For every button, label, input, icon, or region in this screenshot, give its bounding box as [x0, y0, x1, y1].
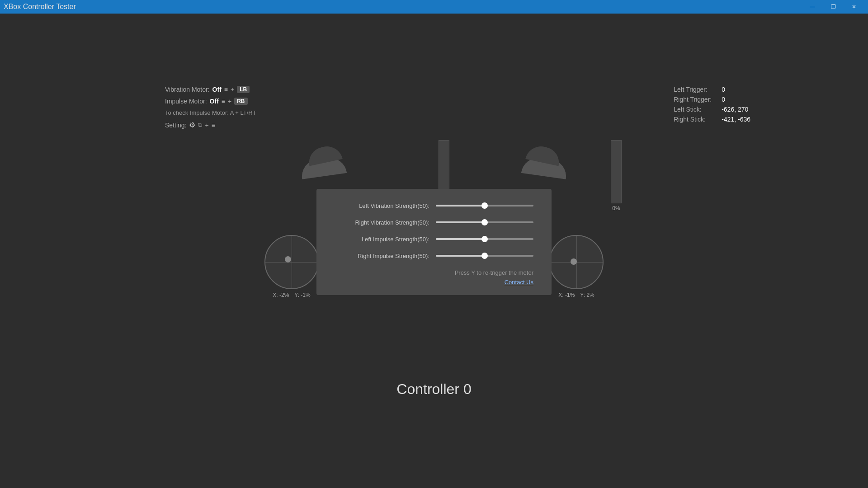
controller-label: Controller 0: [396, 381, 471, 397]
press-y-hint: Press Y to re-trigger the motor: [330, 269, 533, 276]
left-stick-circle: [264, 235, 319, 289]
left-stick-dot: [285, 256, 291, 263]
contact-us-link[interactable]: Contact Us: [505, 279, 533, 286]
left-stick-sensor-value: -626, 270: [722, 106, 748, 113]
setting-label: Setting:: [165, 122, 186, 129]
right-vibration-slider[interactable]: [436, 221, 533, 223]
right-stick-container: X: -1% Y: 2%: [549, 235, 604, 298]
right-trigger-sensor-value: 0: [722, 96, 725, 103]
left-stick-reading: Left Stick: -626, 270: [674, 106, 750, 113]
right-stick-sensor-value: -421, -636: [722, 116, 750, 123]
impulse-motor-label: Impulse Motor:: [165, 98, 207, 105]
right-trigger-sensor-label: Right Trigger:: [674, 96, 719, 103]
right-stick-sensor-label: Right Stick:: [674, 116, 719, 123]
right-vibration-label: Right Vibration Strength(50):: [330, 219, 429, 226]
left-trigger-sensor-value: 0: [722, 86, 725, 93]
right-stick-coords: X: -1% Y: 2%: [558, 292, 594, 298]
impulse-hint-row: To check Impulse Motor: A + LT/RT: [165, 109, 256, 116]
left-trigger-reading: Left Trigger: 0: [674, 86, 750, 93]
left-vibration-thumb[interactable]: [481, 202, 488, 209]
right-vibration-thumb[interactable]: [481, 219, 488, 225]
vibration-badge: LB: [237, 86, 250, 93]
title-bar: XBox Controller Tester — ❐ ✕: [0, 0, 868, 14]
left-stick-sensor-label: Left Stick:: [674, 106, 719, 113]
left-impulse-label: Left Impulse Strength(50):: [330, 236, 429, 243]
right-impulse-row: Right Impulse Strength(50):: [330, 253, 533, 259]
close-button[interactable]: ✕: [844, 0, 864, 14]
right-trigger-bar-track: [611, 140, 622, 203]
setting-copy-icon: ⧉: [198, 122, 202, 129]
vibration-motor-row: Vibration Motor: Off ≡ + LB: [165, 86, 256, 93]
right-stick-y-coord: Y: 2%: [580, 292, 594, 298]
settings-dialog: Left Vibration Strength(50): Right Vibra…: [316, 189, 552, 295]
left-stick-crosshair-v: [292, 236, 292, 288]
setting-menu-icon: ≡: [212, 122, 215, 129]
left-impulse-thumb[interactable]: [481, 236, 488, 242]
impulse-plus: +: [228, 98, 231, 105]
left-vibration-label: Left Vibration Strength(50):: [330, 202, 429, 209]
vibration-motor-label: Vibration Motor:: [165, 86, 210, 93]
sensor-readings: Left Trigger: 0 Right Trigger: 0 Left St…: [674, 86, 750, 123]
right-stick-dot: [571, 258, 577, 265]
right-stick-circle: [549, 235, 604, 289]
vibration-plus: +: [231, 86, 234, 93]
right-trigger-reading: Right Trigger: 0: [674, 96, 750, 103]
right-trigger-bar-label: 0%: [612, 205, 620, 211]
gear-icon[interactable]: ⚙: [189, 121, 195, 129]
right-impulse-slider[interactable]: [436, 255, 533, 257]
restore-button[interactable]: ❐: [823, 0, 844, 14]
impulse-motor-value: Off: [210, 98, 219, 105]
impulse-menu-icon: ≡: [222, 98, 225, 105]
right-vibration-row: Right Vibration Strength(50):: [330, 219, 533, 226]
minimize-button[interactable]: —: [802, 0, 823, 14]
vibration-menu-icon: ≡: [224, 86, 228, 93]
setting-plus: +: [205, 122, 208, 129]
right-impulse-thumb[interactable]: [481, 253, 488, 259]
right-trigger-bar-container: 0%: [611, 140, 622, 211]
left-stick-x-coord: X: -2%: [273, 292, 289, 298]
left-stick-coords: X: -2% Y: -1%: [273, 292, 310, 298]
left-vibration-row: Left Vibration Strength(50):: [330, 202, 533, 209]
app-title: XBox Controller Tester: [4, 3, 76, 11]
left-impulse-slider[interactable]: [436, 238, 533, 240]
vibration-motor-value: Off: [212, 86, 222, 93]
controls-panel: Vibration Motor: Off ≡ + LB Impulse Moto…: [165, 86, 256, 129]
impulse-badge: RB: [234, 98, 247, 105]
settings-footer: Press Y to re-trigger the motor Contact …: [330, 269, 533, 286]
title-bar-controls: — ❐ ✕: [802, 0, 864, 14]
right-stick-reading: Right Stick: -421, -636: [674, 116, 750, 123]
impulse-motor-row: Impulse Motor: Off ≡ + RB: [165, 98, 256, 105]
left-stick-y-coord: Y: -1%: [294, 292, 310, 298]
impulse-hint-text: To check Impulse Motor: A + LT/RT: [165, 109, 256, 116]
right-impulse-label: Right Impulse Strength(50):: [330, 253, 429, 259]
left-stick-container: X: -2% Y: -1%: [264, 235, 319, 298]
right-stick-x-coord: X: -1%: [558, 292, 575, 298]
left-impulse-row: Left Impulse Strength(50):: [330, 236, 533, 243]
setting-row: Setting: ⚙ ⧉ + ≡: [165, 121, 256, 129]
left-vibration-slider[interactable]: [436, 205, 533, 206]
left-trigger-sensor-label: Left Trigger:: [674, 86, 719, 93]
